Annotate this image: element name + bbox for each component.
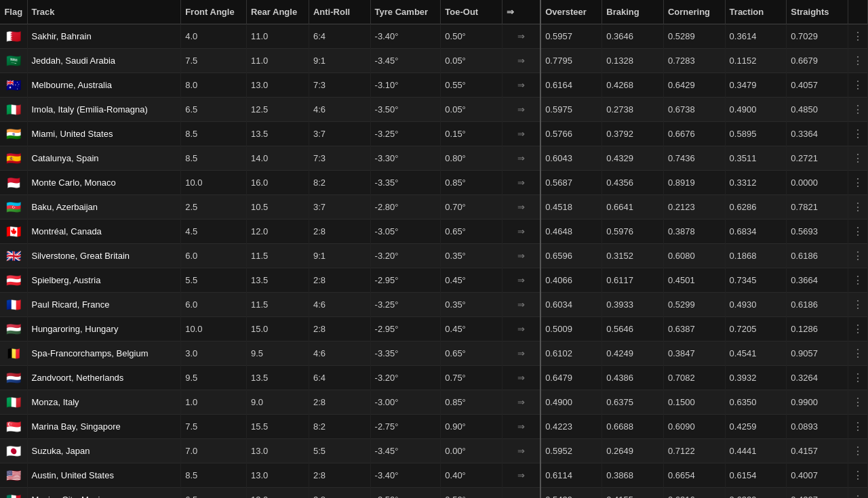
antiRoll-cell: 3:7 bbox=[309, 122, 370, 146]
toeOut-cell: 0.80° bbox=[441, 146, 502, 171]
track-name: Spielberg, Austria bbox=[27, 268, 181, 293]
col-braking[interactable]: Braking bbox=[602, 0, 664, 24]
oversteer-cell: 0.6043 bbox=[540, 146, 602, 171]
tyreCamber-cell: -3.25° bbox=[370, 293, 441, 317]
table-row: 🇺🇸Austin, United States8.513.02:8-3.40°0… bbox=[0, 463, 868, 488]
braking-cell: 0.4268 bbox=[602, 73, 664, 98]
row-menu[interactable]: ⋮ bbox=[848, 293, 868, 317]
straights-cell: 0.0000 bbox=[787, 171, 848, 195]
oversteer-cell: 0.5439 bbox=[540, 488, 602, 499]
braking-cell: 0.4155 bbox=[602, 488, 664, 499]
row-menu[interactable]: ⋮ bbox=[848, 98, 868, 122]
col-straights[interactable]: Straights bbox=[787, 0, 848, 24]
row-menu[interactable]: ⋮ bbox=[848, 195, 868, 220]
cornering-cell: 0.5289 bbox=[663, 24, 725, 49]
table-row: 🇫🇷Paul Ricard, France6.011.54:6-3.25°0.3… bbox=[0, 293, 868, 317]
braking-cell: 0.5646 bbox=[602, 317, 664, 341]
toeOut-cell: 0.55° bbox=[441, 73, 502, 98]
antiRoll-cell: 2:8 bbox=[309, 463, 370, 488]
flag-cell: 🇯🇵 bbox=[0, 439, 27, 463]
cornering-cell: 0.7436 bbox=[663, 146, 725, 171]
cornering-cell: 0.3878 bbox=[663, 220, 725, 244]
tyreCamber-cell: -3.45° bbox=[370, 439, 441, 463]
flag-cell: 🇲🇨 bbox=[0, 171, 27, 195]
track-name: Monte Carlo, Monaco bbox=[27, 171, 181, 195]
track-name: Zandvoort, Netherlands bbox=[27, 366, 181, 390]
flag-icon: 🇸🇦 bbox=[6, 54, 21, 68]
col-flag[interactable]: Flag bbox=[0, 0, 27, 24]
col-arrow[interactable]: ⇒ bbox=[502, 0, 540, 24]
row-menu[interactable]: ⋮ bbox=[848, 463, 868, 488]
frontAngle-cell: 5.5 bbox=[181, 268, 247, 293]
tyreCamber-cell: -3.35° bbox=[370, 341, 441, 366]
row-menu[interactable]: ⋮ bbox=[848, 244, 868, 268]
col-toe-out[interactable]: Toe-Out bbox=[441, 0, 502, 24]
frontAngle-cell: 8.5 bbox=[181, 146, 247, 171]
col-anti-roll[interactable]: Anti-Roll bbox=[309, 0, 370, 24]
col-oversteer[interactable]: Oversteer bbox=[540, 0, 602, 24]
row-menu[interactable]: ⋮ bbox=[848, 268, 868, 293]
braking-cell: 0.4329 bbox=[602, 146, 664, 171]
row-menu[interactable]: ⋮ bbox=[848, 122, 868, 146]
track-name: Suzuka, Japan bbox=[27, 439, 181, 463]
flag-icon: 🇯🇵 bbox=[6, 444, 21, 458]
oversteer-cell: 0.6034 bbox=[540, 293, 602, 317]
tyreCamber-cell: -3.40° bbox=[370, 24, 441, 49]
toeOut-cell: 0.90° bbox=[441, 415, 502, 439]
row-menu[interactable]: ⋮ bbox=[848, 488, 868, 499]
col-tyre-camber[interactable]: Tyre Camber bbox=[370, 0, 441, 24]
braking-cell: 0.3152 bbox=[602, 244, 664, 268]
arrow-cell: ⇒ bbox=[502, 122, 540, 146]
frontAngle-cell: 6.5 bbox=[181, 488, 247, 499]
oversteer-cell: 0.5975 bbox=[540, 98, 602, 122]
row-menu[interactable]: ⋮ bbox=[848, 317, 868, 341]
row-menu[interactable]: ⋮ bbox=[848, 341, 868, 366]
track-name: Paul Ricard, France bbox=[27, 293, 181, 317]
traction-cell: 0.1868 bbox=[725, 244, 787, 268]
flag-cell: 🇪🇸 bbox=[0, 146, 27, 171]
row-menu[interactable]: ⋮ bbox=[848, 171, 868, 195]
row-menu[interactable]: ⋮ bbox=[848, 24, 868, 49]
row-menu[interactable]: ⋮ bbox=[848, 415, 868, 439]
row-menu[interactable]: ⋮ bbox=[848, 439, 868, 463]
braking-cell: 0.4249 bbox=[602, 341, 664, 366]
col-track[interactable]: Track bbox=[27, 0, 181, 24]
flag-cell: 🇦🇺 bbox=[0, 73, 27, 98]
col-traction[interactable]: Traction bbox=[725, 0, 787, 24]
table-row: 🇲🇽Mexico City, Mexico6.513.02:8-3.50°0.5… bbox=[0, 488, 868, 499]
traction-cell: 0.7345 bbox=[725, 268, 787, 293]
col-front-angle[interactable]: Front Angle bbox=[181, 0, 247, 24]
cornering-cell: 0.7122 bbox=[663, 439, 725, 463]
flag-icon: 🇦🇺 bbox=[6, 79, 21, 92]
oversteer-cell: 0.5957 bbox=[540, 24, 602, 49]
table-row: 🇮🇳Miami, United States8.513.53:7-3.25°0.… bbox=[0, 122, 868, 146]
row-menu[interactable]: ⋮ bbox=[848, 366, 868, 390]
col-rear-angle[interactable]: Rear Angle bbox=[246, 0, 309, 24]
row-menu[interactable]: ⋮ bbox=[848, 49, 868, 73]
flag-icon: 🇧🇪 bbox=[6, 347, 21, 360]
flag-cell: 🇨🇦 bbox=[0, 220, 27, 244]
row-menu[interactable]: ⋮ bbox=[848, 146, 868, 171]
tyreCamber-cell: -3.30° bbox=[370, 146, 441, 171]
col-cornering[interactable]: Cornering bbox=[663, 0, 725, 24]
traction-cell: 0.3479 bbox=[725, 73, 787, 98]
straights-cell: 0.5693 bbox=[787, 220, 848, 244]
row-menu[interactable]: ⋮ bbox=[848, 220, 868, 244]
flag-cell: 🇧🇪 bbox=[0, 341, 27, 366]
toeOut-cell: 0.15° bbox=[441, 122, 502, 146]
flag-icon: 🇮🇳 bbox=[6, 127, 21, 141]
flag-icon: 🇨🇦 bbox=[6, 225, 21, 238]
flag-icon: 🇭🇺 bbox=[6, 323, 21, 336]
flag-cell: 🇬🇧 bbox=[0, 244, 27, 268]
data-table: Flag Track Front Angle Rear Angle Anti-R… bbox=[0, 0, 868, 498]
toeOut-cell: 0.50° bbox=[441, 488, 502, 499]
arrow-cell: ⇒ bbox=[502, 317, 540, 341]
frontAngle-cell: 4.5 bbox=[181, 220, 247, 244]
toeOut-cell: 0.75° bbox=[441, 366, 502, 390]
oversteer-cell: 0.5009 bbox=[540, 317, 602, 341]
row-menu[interactable]: ⋮ bbox=[848, 390, 868, 415]
frontAngle-cell: 6.0 bbox=[181, 293, 247, 317]
oversteer-cell: 0.4223 bbox=[540, 415, 602, 439]
row-menu[interactable]: ⋮ bbox=[848, 73, 868, 98]
traction-cell: 0.4900 bbox=[725, 98, 787, 122]
